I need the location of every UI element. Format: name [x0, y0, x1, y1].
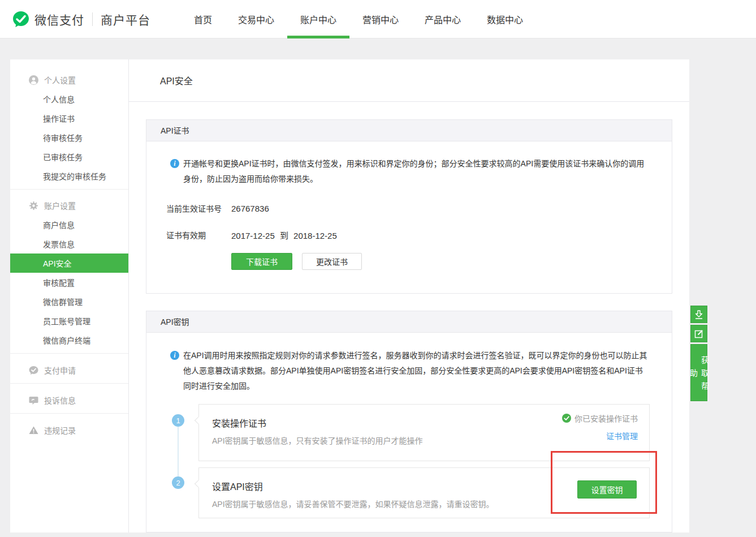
- sidebar-item-staff-account-mgmt[interactable]: 员工账号管理: [10, 311, 128, 330]
- api-key-header: API密钥: [146, 311, 672, 333]
- sidebar-group-payment-application: 支付申请: [10, 357, 128, 380]
- sidebar-item-review-config[interactable]: 审核配置: [10, 273, 128, 292]
- api-certificate-title: API证书: [161, 126, 189, 135]
- sidebar-group-account-settings: 账户设置 商户信息 发票信息 API安全 审核配置 微信群管理 员工账号管理 微…: [10, 193, 128, 350]
- api-key-info-text: 在API调用时用来按照指定规则对你的请求参数进行签名，服务器收到你的请求时会进行…: [183, 348, 649, 394]
- nav-product-center[interactable]: 产品中心: [412, 0, 474, 38]
- sidebar-divider: [10, 189, 128, 190]
- certificate-info-row: i 开通帐号和更换API证书时，由微信支付签发，用来标识和界定你的身份；部分安全…: [146, 141, 672, 187]
- certificate-installed-text: 你已安装操作证书: [574, 413, 638, 424]
- nav-account-center[interactable]: 账户中心: [287, 0, 349, 38]
- sidebar-item-wechat-merchant-terminal[interactable]: 微信商户终端: [10, 330, 128, 350]
- wechat-pay-logo-icon: [12, 11, 29, 28]
- api-key-title: API密钥: [161, 317, 189, 327]
- api-certificate-body: i 开通帐号和更换API证书时，由微信支付签发，用来标识和界定你的身份；部分安全…: [146, 141, 672, 294]
- step-1-badge: 1: [172, 414, 184, 427]
- page-title: API安全: [129, 74, 193, 87]
- certificate-installed-status: 你已安装操作证书: [562, 412, 638, 424]
- sidebar-item-my-submitted-tasks[interactable]: 我提交的审核任务: [10, 166, 128, 186]
- chat-check-icon: [29, 366, 38, 375]
- current-certificate-number-label: 当前生效证书号: [166, 203, 231, 214]
- sidebar-group-title: 个人设置: [44, 74, 76, 85]
- sidebar-divider: [10, 353, 128, 354]
- sidebar-group-title: 账户设置: [44, 200, 76, 211]
- feedback-button[interactable]: [690, 325, 707, 342]
- certificate-validity-row: 证书有效期 2017-12-25 到 2018-12-25: [146, 229, 672, 240]
- current-certificate-number-value: 26767836: [231, 204, 269, 213]
- sidebar-item-reviewed-tasks[interactable]: 已审核任务: [10, 147, 128, 166]
- logo: 微信支付 商户平台: [12, 0, 150, 38]
- top-header: 微信支付 商户平台 首页 交易中心 账户中心 营销中心 产品中心 数据中心: [0, 0, 756, 38]
- nav-marketing-center[interactable]: 营销中心: [349, 0, 412, 38]
- sidebar-group-personal-settings-header: 个人设置: [10, 70, 128, 89]
- chat-icon: [29, 396, 38, 405]
- certificate-buttons-row: 下载证书 更改证书: [146, 253, 672, 270]
- step-install-certificate-box: 安装操作证书 API密钥属于敏感信息，只有安装了操作证书的用户才能操作 你: [198, 404, 650, 461]
- sidebar-item-invoice-info[interactable]: 发票信息: [10, 234, 128, 254]
- main-content: API安全 API证书 i 开通帐号和更换API证书时，由微信支付签发，用来标识…: [129, 59, 689, 532]
- current-certificate-number-row: 当前生效证书号 26767836: [146, 203, 672, 214]
- info-icon: i: [170, 159, 179, 168]
- sidebar-item-api-security[interactable]: API安全: [10, 254, 128, 273]
- info-icon: i: [170, 351, 179, 360]
- api-certificate-header: API证书: [146, 119, 672, 141]
- sidebar-group-violation-records: 违规记录: [10, 417, 128, 440]
- brand-name: 微信支付: [34, 11, 84, 28]
- product-name: 商户平台: [101, 11, 150, 28]
- sidebar-item-merchant-info[interactable]: 商户信息: [10, 215, 128, 234]
- sidebar-item-violation-records[interactable]: 违规记录: [10, 420, 128, 440]
- certificate-management-link[interactable]: 证书管理: [606, 430, 638, 441]
- api-key-body: i 在API调用时用来按照指定规则对你的请求参数进行签名，服务器收到你的请求时会…: [146, 333, 672, 532]
- sidebar-divider: [10, 383, 128, 384]
- sidebar-group-complaint-info: 投诉信息: [10, 387, 128, 410]
- certificate-validity-label: 证书有效期: [166, 229, 231, 240]
- content-container: 个人设置 个人信息 操作证书 待审核任务 已审核任务 我提交的审核任务: [10, 59, 689, 532]
- edit-compose-icon: [693, 328, 705, 340]
- api-certificate-section: API证书 i 开通帐号和更换API证书时，由微信支付签发，用来标识和界定你的身…: [146, 119, 672, 294]
- nav-transaction-center[interactable]: 交易中心: [225, 0, 287, 38]
- nav-data-center[interactable]: 数据中心: [474, 0, 536, 38]
- download-certificate-button[interactable]: 下载证书: [231, 253, 292, 270]
- logo-divider: [92, 12, 93, 26]
- sidebar-item-pending-review-tasks[interactable]: 待审核任务: [10, 128, 128, 147]
- floating-toolbar: 获取帮助: [690, 306, 707, 401]
- step-2-badge: 2: [172, 476, 184, 489]
- download-icon: [693, 309, 705, 320]
- primary-nav: 首页 交易中心 账户中心 营销中心 产品中心 数据中心: [181, 0, 536, 38]
- step-set-api-key-box: 设置API密钥 API密钥属于敏感信息，请妥善保管不要泄露，如果怀疑信息泄露，请…: [198, 467, 650, 518]
- set-api-key-button[interactable]: 设置密钥: [577, 480, 637, 499]
- get-help-button[interactable]: 获取帮助: [690, 344, 707, 401]
- certificate-info-text: 开通帐号和更换API证书时，由微信支付签发，用来标识和界定你的身份；部分安全性要…: [183, 156, 649, 187]
- check-circle-icon: [562, 414, 571, 423]
- sidebar-item-wechat-group-mgmt[interactable]: 微信群管理: [10, 292, 128, 311]
- nav-home[interactable]: 首页: [181, 0, 225, 38]
- sidebar-item-complaint-info[interactable]: 投诉信息: [10, 390, 128, 410]
- step-connector-line: [178, 427, 179, 476]
- page-title-row: API安全: [129, 59, 689, 102]
- sidebar-item-payment-application[interactable]: 支付申请: [10, 360, 128, 380]
- certificate-validity-value: 2017-12-25 到 2018-12-25: [231, 229, 337, 241]
- sidebar: 个人设置 个人信息 操作证书 待审核任务 已审核任务 我提交的审核任务: [10, 59, 129, 532]
- sidebar-item-operation-cert[interactable]: 操作证书: [10, 109, 128, 128]
- step-2-description: API密钥属于敏感信息，请妥善保管不要泄露，如果怀疑信息泄露，请重设密钥。: [212, 498, 649, 509]
- gear-icon: [29, 201, 38, 210]
- sidebar-group-account-settings-header: 账户设置: [10, 196, 128, 215]
- api-key-info-row: i 在API调用时用来按照指定规则对你的请求参数进行签名，服务器收到你的请求时会…: [146, 333, 672, 394]
- download-button[interactable]: [690, 306, 707, 323]
- api-key-section: API密钥 i 在API调用时用来按照指定规则对你的请求参数进行签名，服务器收到…: [146, 311, 672, 532]
- warning-icon: [29, 426, 38, 435]
- user-icon: [29, 75, 38, 85]
- sidebar-item-personal-info[interactable]: 个人信息: [10, 89, 128, 109]
- sidebar-group-personal-settings: 个人设置 个人信息 操作证书 待审核任务 已审核任务 我提交的审核任务: [10, 59, 128, 186]
- sidebar-divider: [10, 413, 128, 414]
- change-certificate-button[interactable]: 更改证书: [302, 253, 362, 270]
- step-1-status-area: 你已安装操作证书 证书管理: [562, 412, 638, 441]
